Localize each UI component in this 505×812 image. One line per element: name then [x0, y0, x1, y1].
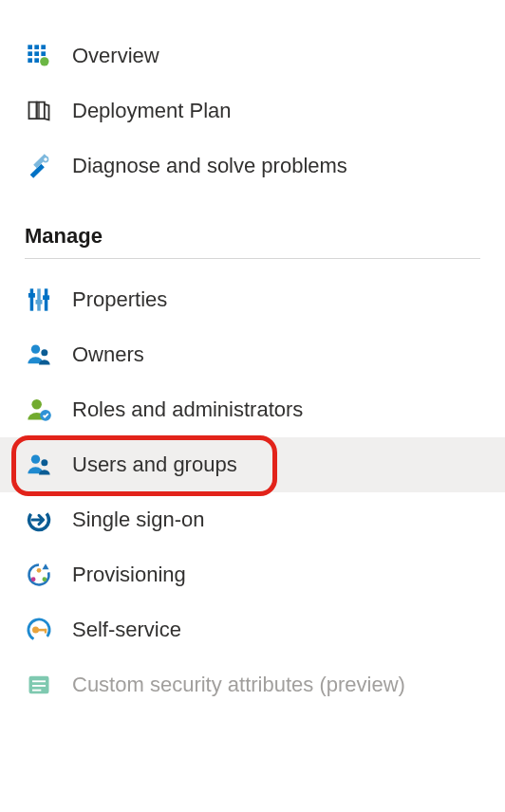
nav-item-provisioning[interactable]: Provisioning	[0, 547, 505, 602]
svg-point-24	[43, 577, 47, 581]
nav-label: Self-service	[72, 617, 484, 644]
sso-arrow-icon	[25, 506, 53, 534]
svg-rect-14	[36, 300, 43, 304]
security-attributes-icon	[25, 671, 53, 699]
svg-rect-29	[45, 629, 47, 634]
nav-item-custom-security-attributes[interactable]: Custom security attributes (preview)	[0, 657, 505, 712]
roles-admin-icon	[25, 396, 53, 424]
nav-item-roles-admins[interactable]: Roles and administrators	[0, 382, 505, 437]
svg-point-17	[41, 349, 47, 356]
svg-point-9	[43, 157, 47, 161]
svg-rect-4	[34, 51, 39, 56]
diagnose-tools-icon	[25, 152, 53, 180]
nav-label: Users and groups	[72, 452, 484, 479]
nav-item-deployment-plan[interactable]: Deployment Plan	[0, 83, 505, 138]
deployment-book-icon	[25, 97, 53, 125]
provisioning-sync-icon	[25, 561, 53, 589]
nav-label: Diagnose and solve problems	[72, 153, 484, 180]
nav-label: Custom security attributes (preview)	[72, 672, 484, 699]
nav-label: Overview	[72, 43, 484, 70]
nav-label: Single sign-on	[72, 507, 484, 534]
properties-sliders-icon	[25, 286, 53, 314]
svg-rect-31	[32, 680, 46, 682]
svg-rect-32	[32, 685, 46, 687]
nav-label: Properties	[72, 286, 484, 314]
svg-rect-10	[30, 288, 34, 310]
overview-grid-icon	[25, 42, 53, 70]
svg-rect-2	[41, 45, 46, 49]
svg-rect-5	[41, 51, 46, 56]
nav-item-properties[interactable]: Properties	[0, 272, 505, 327]
nav-item-overview[interactable]: Overview	[0, 28, 505, 83]
svg-rect-1	[34, 45, 39, 49]
svg-rect-13	[28, 293, 35, 298]
svg-rect-6	[28, 58, 32, 63]
svg-rect-7	[34, 58, 39, 63]
svg-point-16	[31, 345, 40, 354]
svg-point-18	[31, 399, 41, 410]
nav-label: Deployment Plan	[72, 98, 484, 125]
owners-people-icon	[25, 341, 53, 369]
svg-point-21	[41, 459, 47, 466]
manage-nav-list: Properties Owners Roles and administrato…	[0, 272, 505, 712]
top-nav-list: Overview Deployment Plan Diagnose and so…	[0, 28, 505, 194]
nav-label: Roles and administrators	[72, 397, 484, 424]
nav-item-self-service[interactable]: Self-service	[0, 602, 505, 657]
users-groups-icon	[25, 451, 53, 479]
svg-point-23	[31, 577, 36, 581]
svg-rect-0	[28, 45, 32, 49]
nav-item-diagnose[interactable]: Diagnose and solve problems	[0, 138, 505, 194]
section-divider	[25, 258, 480, 259]
svg-rect-33	[32, 690, 41, 692]
svg-point-20	[31, 455, 40, 464]
nav-item-users-groups[interactable]: Users and groups	[0, 437, 505, 492]
section-header-manage: Manage	[0, 194, 505, 258]
svg-point-8	[40, 57, 48, 65]
svg-rect-3	[28, 51, 32, 56]
svg-rect-15	[43, 295, 49, 300]
nav-item-owners[interactable]: Owners	[0, 327, 505, 382]
nav-item-sso[interactable]: Single sign-on	[0, 492, 505, 547]
nav-label: Owners	[72, 341, 484, 369]
svg-point-25	[37, 568, 42, 573]
self-service-key-icon	[25, 616, 53, 644]
nav-label: Provisioning	[72, 562, 484, 589]
